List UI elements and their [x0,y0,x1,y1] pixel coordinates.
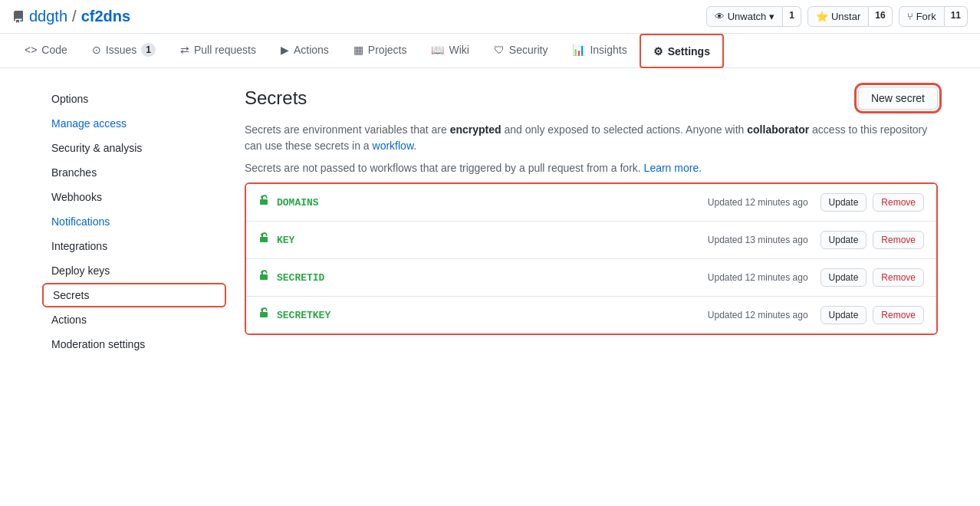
tab-projects[interactable]: ▦ Projects [341,34,419,67]
tab-insights-label: Insights [590,44,626,56]
sidebar-item-notifications-label: Notifications [51,215,110,228]
update-button[interactable]: Update [821,193,867,212]
fork-group: ⑂ Fork 11 [899,6,968,27]
page-title: Secrets [245,87,307,109]
description-line-2: Secrets are not passed to workflows that… [245,160,938,176]
secret-name: SECRETID [277,272,708,284]
watch-count: 1 [783,6,801,27]
secret-action-buttons: Update Remove [821,268,924,287]
update-button[interactable]: Update [821,306,867,324]
sidebar-item-security-analysis[interactable]: Security & analysis [42,136,226,160]
sidebar-item-actions[interactable]: Actions [42,307,226,332]
table-row: DOMAINS Updated 12 minutes ago Update Re… [246,184,936,222]
secret-action-buttons: Update Remove [821,306,924,324]
sidebar-item-secrets[interactable]: Secrets [42,283,226,307]
sidebar: Options Manage access Security & analysi… [42,87,226,356]
repo-name[interactable]: cf2dns [81,8,130,25]
gear-icon: ⚙ [653,45,663,58]
new-secret-button[interactable]: New secret [858,87,938,110]
tab-settings-label: Settings [668,45,710,58]
repo-owner[interactable]: ddgth [29,8,67,25]
sidebar-item-secrets-label: Secrets [53,289,89,301]
secret-updated: Updated 13 minutes ago [708,235,808,245]
wiki-icon: 📖 [431,44,444,56]
star-group: ⭐ Unstar 16 [807,6,893,27]
secret-updated: Updated 12 minutes ago [708,310,808,320]
watch-button[interactable]: 👁 Unwatch ▾ [706,6,784,27]
main-layout: Options Manage access Security & analysi… [30,68,950,375]
insights-icon: 📊 [572,44,585,56]
tab-security-label: Security [509,44,548,56]
fork-count: 11 [945,6,968,27]
fork-button[interactable]: ⑂ Fork [899,6,945,27]
sidebar-item-options-label: Options [51,93,88,105]
remove-button[interactable]: Remove [873,193,924,212]
sidebar-item-actions-label: Actions [51,314,87,326]
collaborator-bold: collaborator [747,123,809,136]
secret-action-buttons: Update Remove [821,193,924,212]
secrets-list: DOMAINS Updated 12 minutes ago Update Re… [246,184,936,334]
security-icon: 🛡 [494,44,505,56]
tab-settings[interactable]: ⚙ Settings [640,34,724,68]
eye-icon: 👁 [715,11,725,22]
tab-wiki[interactable]: 📖 Wiki [419,34,481,67]
sidebar-item-branches-label: Branches [51,166,97,179]
tab-issues-label: Issues [106,44,136,56]
issues-badge: 1 [141,43,156,57]
remove-button[interactable]: Remove [873,306,924,324]
learn-more-link[interactable]: Learn more. [644,162,702,174]
update-button[interactable]: Update [821,268,867,287]
workflow-link[interactable]: workflow [373,140,414,152]
secret-name: SECRETKEY [277,310,708,321]
sidebar-item-manage-access-label: Manage access [51,117,127,130]
svg-rect-2 [260,274,268,280]
sidebar-item-webhooks[interactable]: Webhooks [42,185,226,209]
sidebar-item-security-analysis-label: Security & analysis [51,142,142,154]
sidebar-item-integrations-label: Integrations [51,240,107,252]
update-button[interactable]: Update [821,231,867,249]
lock-icon [258,195,269,210]
tab-actions[interactable]: ▶ Actions [268,34,341,67]
table-row: KEY Updated 13 minutes ago Update Remove [246,222,936,259]
sidebar-item-options[interactable]: Options [42,87,226,111]
star-label: Unstar [831,11,860,22]
tab-security[interactable]: 🛡 Security [482,34,561,67]
watch-group: 👁 Unwatch ▾ 1 [706,6,801,27]
svg-rect-3 [260,312,268,317]
description-line-1: Secrets are environment variables that a… [245,122,938,154]
sidebar-item-integrations[interactable]: Integrations [42,234,226,258]
tab-actions-label: Actions [294,44,329,56]
sidebar-item-manage-access[interactable]: Manage access [42,111,226,136]
encrypted-bold: encrypted [450,123,502,136]
secrets-box: DOMAINS Updated 12 minutes ago Update Re… [245,182,938,335]
tab-pull-requests[interactable]: ⇄ Pull requests [168,34,268,67]
top-bar: ddgth / cf2dns 👁 Unwatch ▾ 1 ⭐ Unstar 16… [0,0,980,34]
remove-button[interactable]: Remove [873,268,924,287]
remove-button[interactable]: Remove [873,231,924,249]
repo-title: ddgth / cf2dns [12,8,130,25]
actions-icon: ▶ [281,44,289,56]
table-row: SECRETKEY Updated 12 minutes ago Update … [246,297,936,334]
tab-code[interactable]: <> Code [12,34,80,67]
top-actions: 👁 Unwatch ▾ 1 ⭐ Unstar 16 ⑂ Fork 11 [706,6,968,27]
tab-issues[interactable]: ⊙ Issues 1 [80,34,168,67]
projects-icon: ▦ [354,44,363,56]
chevron-down-icon: ▾ [769,11,774,22]
secret-action-buttons: Update Remove [821,231,924,249]
sidebar-item-notifications[interactable]: Notifications [42,209,226,234]
pr-icon: ⇄ [180,44,189,56]
sidebar-item-deploy-keys-label: Deploy keys [51,264,110,277]
star-icon: ⭐ [816,11,828,22]
tab-insights[interactable]: 📊 Insights [560,34,639,67]
sidebar-item-branches[interactable]: Branches [42,160,226,185]
sidebar-item-moderation-settings[interactable]: Moderation settings [42,332,226,356]
table-row: SECRETID Updated 12 minutes ago Update R… [246,259,936,297]
svg-rect-1 [260,237,268,242]
watch-label: Unwatch [728,11,767,22]
sidebar-item-deploy-keys[interactable]: Deploy keys [42,258,226,283]
lock-icon [258,232,269,248]
tab-projects-label: Projects [368,44,407,56]
content-header: Secrets New secret [245,87,938,110]
lock-icon [258,307,269,323]
star-button[interactable]: ⭐ Unstar [807,6,869,27]
